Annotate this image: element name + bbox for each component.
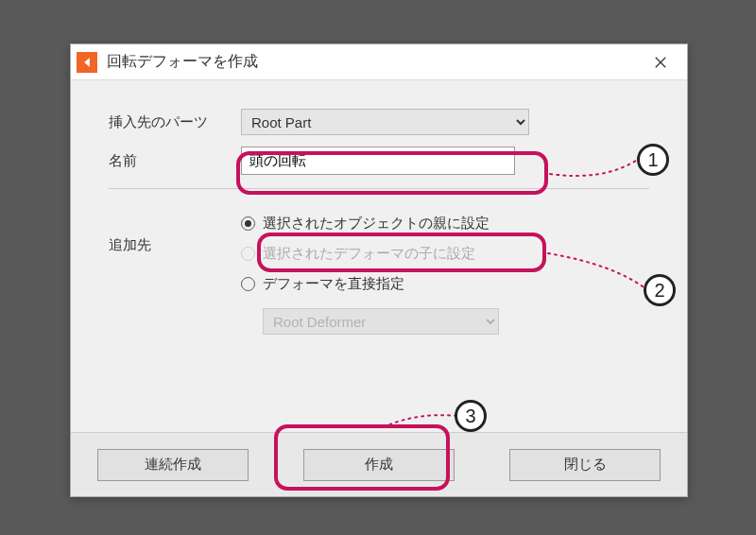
close-button[interactable]: 閉じる — [509, 449, 661, 481]
deformer-select: Root Deformer — [263, 308, 499, 335]
name-input[interactable] — [241, 147, 515, 175]
insert-part-select[interactable]: Root Part — [241, 109, 529, 135]
window-close-button[interactable] — [640, 46, 681, 78]
radio-label: デフォーマを直接指定 — [263, 275, 404, 293]
dialog-title: 回転デフォーマを作成 — [107, 52, 640, 72]
annotation-number-3: 3 — [455, 400, 487, 432]
create-rotation-deformer-dialog: 回転デフォーマを作成 挿入先のパーツ Root Part 名前 追加先 — [70, 43, 688, 497]
target-label: 追加先 — [109, 208, 241, 335]
create-button[interactable]: 作成 — [303, 449, 455, 481]
annotation-number-1: 1 — [637, 144, 669, 176]
radio-parent-of-selected[interactable]: 選択されたオブジェクトの親に設定 — [241, 208, 649, 238]
name-label: 名前 — [109, 152, 241, 170]
radio-label: 選択されたオブジェクトの親に設定 — [263, 215, 490, 233]
app-icon — [77, 52, 97, 73]
dialog-buttons: 連続作成 作成 閉じる — [71, 432, 687, 496]
svg-marker-0 — [84, 58, 90, 67]
radio-child-of-selected-deformer: 選択されたデフォーマの子に設定 — [241, 238, 649, 268]
radio-icon — [241, 216, 255, 231]
annotation-number-2: 2 — [644, 274, 676, 306]
radio-icon — [241, 247, 255, 261]
dialog-content: 挿入先のパーツ Root Part 名前 追加先 選択されたオブジェクトの親に設… — [71, 80, 687, 344]
continuous-create-button[interactable]: 連続作成 — [97, 449, 249, 481]
radio-icon — [241, 277, 255, 291]
titlebar: 回転デフォーマを作成 — [71, 44, 687, 80]
radio-label: 選択されたデフォーマの子に設定 — [263, 245, 475, 263]
divider — [109, 188, 649, 189]
insert-part-label: 挿入先のパーツ — [109, 113, 241, 131]
radio-specify-deformer[interactable]: デフォーマを直接指定 — [241, 268, 649, 299]
